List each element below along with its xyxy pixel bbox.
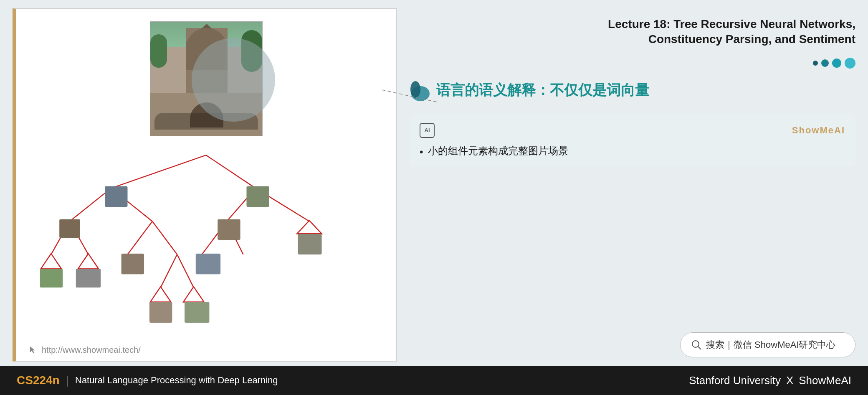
content-area: http://www.showmeai.tech/ Lecture 18: Tr… [0, 0, 868, 366]
ai-icon: AI [420, 123, 435, 138]
wave-icon [409, 79, 432, 102]
showmeai-brand: ShowMeAI [792, 125, 845, 136]
note-card-header: AI ShowMeAI [420, 123, 845, 138]
svg-marker-13 [41, 254, 61, 269]
svg-rect-28 [218, 219, 240, 240]
note-card: AI ShowMeAI • 小的组件元素构成完整图片场景 [409, 115, 855, 166]
svg-line-16 [177, 255, 194, 288]
note-bullet: • 小的组件元素构成完整图片场景 [420, 144, 845, 158]
search-icon [691, 339, 702, 350]
footer-divider: | [66, 374, 69, 387]
right-panel: Lecture 18: Tree Recursive Neural Networ… [409, 8, 855, 362]
dot-2 [821, 59, 829, 67]
svg-rect-26 [59, 219, 80, 238]
course-name: Natural Language Processing with Deep Le… [75, 375, 278, 386]
svg-rect-23 [149, 302, 172, 322]
svg-rect-29 [246, 186, 269, 206]
svg-rect-25 [298, 234, 321, 254]
slide-url: http://www.showmeai.tech/ [28, 345, 141, 355]
spacer [409, 175, 855, 324]
bottom-left: CS224n | Natural Language Processing wit… [17, 374, 278, 387]
circle-overlay [192, 38, 275, 122]
svg-rect-27 [105, 186, 127, 206]
svg-point-33 [692, 341, 699, 347]
subtitle-bar: 语言的语义解释：不仅仅是词向量 [409, 79, 855, 102]
svg-point-32 [410, 81, 420, 98]
svg-marker-12 [297, 221, 321, 234]
search-text: 搜索｜微信 ShowMeAI研究中心 [706, 339, 836, 351]
bullet-text: 小的组件元素构成完整图片场景 [428, 144, 568, 158]
svg-line-1 [206, 155, 256, 188]
svg-line-8 [127, 222, 152, 255]
search-area: 搜索｜微信 ShowMeAI研究中心 [409, 332, 855, 357]
svg-rect-30 [196, 151, 216, 157]
svg-marker-18 [183, 287, 204, 302]
university-name: Stanford University [689, 374, 781, 387]
svg-rect-19 [40, 269, 63, 288]
cursor-icon [28, 345, 38, 355]
svg-line-9 [152, 222, 177, 255]
svg-line-34 [698, 347, 701, 349]
bottom-right: Stanford University X ShowMeAI [689, 374, 851, 387]
course-code: CS224n [17, 374, 60, 387]
search-box[interactable]: 搜索｜微信 ShowMeAI研究中心 [680, 332, 855, 357]
dot-3 [832, 59, 841, 68]
footer-brand: ShowMeAI [799, 374, 851, 387]
bottom-bar: CS224n | Natural Language Processing wit… [0, 366, 868, 395]
main-container: http://www.showmeai.tech/ Lecture 18: Tr… [0, 0, 868, 395]
lecture-title: Lecture 18: Tree Recursive Neural Networ… [409, 17, 855, 47]
lecture-title-block: Lecture 18: Tree Recursive Neural Networ… [409, 13, 855, 47]
dots-row [409, 58, 855, 69]
x-separator: X [786, 374, 793, 387]
url-text: http://www.showmeai.tech/ [42, 345, 141, 355]
svg-rect-21 [121, 254, 144, 274]
subtitle-text: 语言的语义解释：不仅仅是词向量 [436, 81, 649, 100]
svg-rect-24 [185, 302, 209, 322]
svg-marker-14 [78, 254, 99, 269]
svg-rect-22 [196, 254, 220, 274]
slide-panel: http://www.showmeai.tech/ [13, 8, 397, 362]
tree-structure [28, 148, 384, 336]
svg-rect-20 [76, 269, 101, 288]
svg-line-0 [111, 155, 206, 188]
dot-1 [813, 61, 818, 66]
dot-4 [845, 58, 855, 69]
bullet-symbol: • [420, 146, 423, 158]
svg-marker-17 [150, 287, 171, 302]
svg-line-15 [161, 255, 177, 288]
